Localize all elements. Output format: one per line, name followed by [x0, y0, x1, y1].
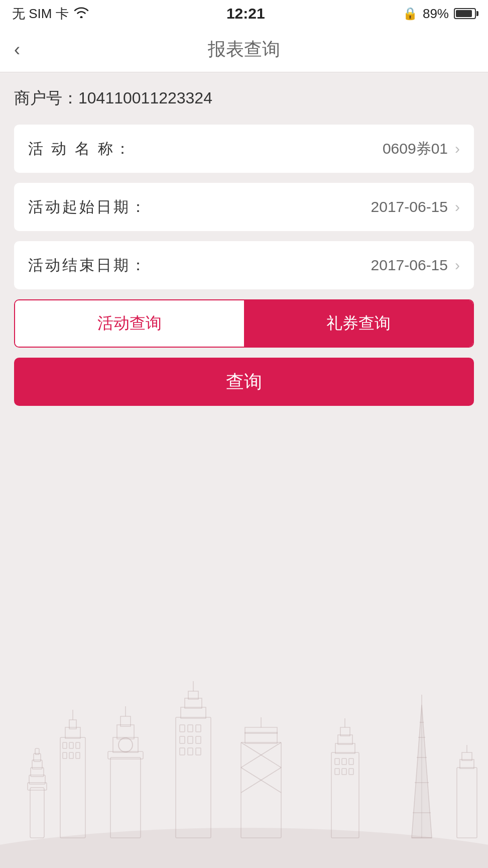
coupon-query-label: 礼券查询	[326, 312, 391, 335]
back-button[interactable]: ‹	[14, 39, 20, 60]
svg-rect-38	[196, 748, 201, 755]
svg-rect-59	[340, 727, 350, 736]
svg-rect-26	[181, 707, 206, 718]
svg-rect-63	[349, 758, 353, 765]
svg-rect-31	[188, 725, 193, 732]
svg-rect-32	[196, 725, 201, 732]
svg-rect-69	[462, 752, 472, 761]
svg-rect-64	[335, 769, 339, 775]
merchant-value: 104110011223324	[78, 89, 212, 107]
end-date-label: 活动结束日期：	[28, 255, 148, 276]
svg-rect-19	[108, 751, 143, 759]
svg-rect-5	[32, 760, 42, 769]
end-date-row[interactable]: 活动结束日期： 2017-06-15 ›	[14, 241, 474, 289]
svg-rect-62	[342, 758, 346, 765]
svg-rect-2	[28, 783, 47, 790]
svg-rect-45	[245, 727, 277, 733]
svg-rect-14	[76, 742, 80, 748]
svg-rect-16	[69, 752, 73, 758]
svg-rect-9	[65, 727, 80, 738]
battery-pct-text: 89%	[423, 6, 449, 22]
svg-rect-6	[34, 753, 41, 762]
svg-rect-39	[241, 742, 281, 838]
svg-line-43	[241, 768, 281, 793]
svg-rect-28	[188, 691, 198, 699]
svg-rect-37	[188, 748, 193, 755]
start-date-right: 2017-06-15 ›	[371, 198, 460, 215]
activity-name-row[interactable]: 活 动 名 称： 0609券01 ›	[14, 125, 474, 173]
svg-rect-17	[76, 752, 80, 758]
no-sim-text: 无 SIM 卡	[12, 5, 69, 23]
svg-rect-33	[180, 736, 185, 743]
status-time: 12:21	[226, 5, 265, 22]
lock-icon: 🔒	[403, 7, 418, 21]
chevron-right-icon: ›	[455, 257, 460, 274]
svg-point-0	[0, 828, 488, 868]
svg-rect-1	[30, 788, 44, 838]
svg-rect-18	[110, 757, 141, 838]
svg-rect-58	[338, 735, 352, 744]
svg-rect-21	[117, 725, 134, 739]
svg-line-42	[241, 742, 281, 768]
svg-rect-61	[335, 758, 339, 765]
start-date-value: 2017-06-15	[371, 198, 448, 215]
query-button[interactable]: 查询	[14, 358, 474, 406]
main-content: 商户号：104110011223324 活 动 名 称： 0609券01 › 活…	[0, 72, 488, 406]
svg-rect-25	[176, 717, 211, 838]
svg-rect-7	[35, 748, 39, 754]
coupon-query-button[interactable]: 礼券查询	[244, 300, 473, 347]
svg-rect-34	[188, 736, 193, 743]
svg-rect-20	[113, 737, 138, 752]
query-type-toggle: 活动查询 礼券查询	[14, 299, 474, 348]
activity-name-value: 0609券01	[383, 139, 448, 159]
svg-rect-35	[196, 736, 201, 743]
chevron-right-icon: ›	[455, 198, 460, 215]
skyline-illustration	[0, 627, 488, 868]
activity-name-label: 活 动 名 称：	[28, 139, 132, 159]
nav-bar: ‹ 报表查询	[0, 27, 488, 72]
svg-rect-56	[331, 752, 359, 838]
status-left: 无 SIM 卡	[12, 5, 89, 23]
svg-rect-12	[63, 742, 67, 748]
svg-line-44	[241, 768, 281, 793]
svg-rect-30	[180, 725, 185, 732]
svg-rect-68	[460, 759, 474, 769]
svg-rect-65	[342, 769, 346, 775]
svg-rect-13	[69, 742, 73, 748]
svg-rect-4	[31, 768, 44, 777]
activity-query-button[interactable]: 活动查询	[15, 300, 244, 347]
svg-rect-10	[69, 720, 76, 729]
start-date-label: 活动起始日期：	[28, 197, 148, 218]
merchant-label: 商户号：	[14, 89, 78, 107]
svg-rect-57	[335, 743, 355, 753]
wifi-icon	[74, 6, 89, 22]
svg-rect-67	[457, 768, 477, 838]
merchant-id: 商户号：104110011223324	[14, 87, 474, 110]
svg-rect-15	[63, 752, 67, 758]
svg-rect-8	[60, 737, 85, 838]
start-date-row[interactable]: 活动起始日期： 2017-06-15 ›	[14, 183, 474, 231]
page-title: 报表查询	[208, 37, 280, 62]
chevron-right-icon: ›	[455, 140, 460, 157]
svg-rect-22	[120, 716, 131, 726]
svg-rect-36	[180, 748, 185, 755]
status-bar: 无 SIM 卡 12:21 🔒 89%	[0, 0, 488, 27]
activity-query-label: 活动查询	[97, 312, 162, 335]
activity-name-right: 0609券01 ›	[383, 139, 460, 159]
status-right: 🔒 89%	[403, 6, 476, 22]
end-date-value: 2017-06-15	[371, 257, 448, 274]
end-date-right: 2017-06-15 ›	[371, 257, 460, 274]
svg-point-24	[118, 738, 133, 752]
svg-rect-40	[245, 732, 277, 743]
svg-line-41	[241, 742, 281, 768]
svg-rect-27	[185, 698, 202, 708]
svg-rect-3	[29, 775, 45, 784]
svg-rect-66	[349, 769, 353, 775]
battery-icon	[454, 8, 476, 19]
query-button-label: 查询	[226, 370, 262, 394]
svg-marker-47	[412, 705, 432, 838]
